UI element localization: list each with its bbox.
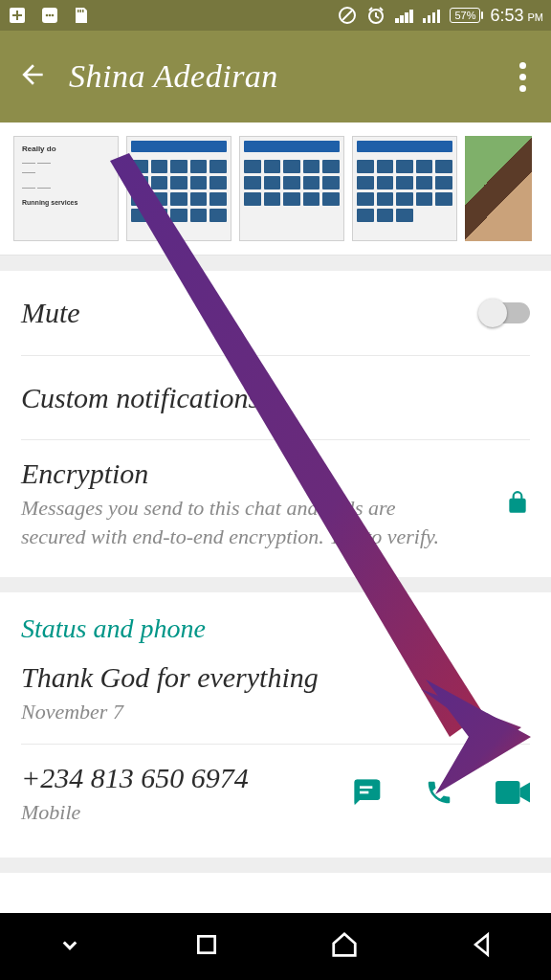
video-call-icon[interactable] [496,779,530,810]
encryption-title: Encryption [21,457,505,490]
encryption-desc: Messages you send to this chat and calls… [21,494,505,550]
encryption-row[interactable]: Encryption Messages you send to this cha… [21,439,530,577]
svg-point-4 [46,14,49,17]
chat-settings-section: Mute Custom notifications Encryption Mes… [0,271,551,577]
bbm-icon [40,6,59,25]
status-row[interactable]: Thank God for everything November 7 [21,644,530,744]
svg-line-11 [342,11,352,20]
status-phone-section: Status and phone Thank God for everythin… [0,592,551,857]
custom-notifications-row[interactable]: Custom notifications [21,355,530,439]
media-thumb[interactable] [352,136,457,241]
signal-2-icon [423,8,441,23]
svg-rect-8 [80,10,82,12]
nav-recents-icon[interactable] [194,932,219,961]
mute-label: Mute [21,297,480,329]
nav-back-icon[interactable] [469,931,496,962]
phone-type: Mobile [21,798,352,827]
svg-point-6 [52,14,55,17]
mute-row[interactable]: Mute [21,271,530,355]
no-entry-icon [338,6,357,25]
android-status-bar: 57% 6:53PM [0,0,551,31]
next-section-peek [0,873,551,913]
call-icon[interactable] [425,778,453,811]
nav-expand-icon[interactable] [55,930,84,963]
svg-rect-21 [199,936,215,952]
svg-rect-9 [82,10,84,12]
sd-card-icon [73,6,90,25]
svg-rect-16 [360,791,368,794]
svg-rect-15 [360,786,372,789]
nav-home-icon[interactable] [330,930,359,963]
back-icon[interactable] [17,59,48,94]
lock-icon [505,488,530,521]
media-gallery-row[interactable]: Really do —— ———— —— —— Running services [0,122,551,256]
svg-rect-7 [77,10,79,12]
status-date: November 7 [21,698,530,726]
mute-toggle[interactable] [480,302,530,323]
svg-point-5 [49,14,52,17]
custom-notifications-label: Custom notifications [21,382,530,414]
svg-rect-17 [496,781,520,804]
media-thumb[interactable] [465,136,532,241]
notification-plus-icon [8,6,27,25]
contact-title: Shina Adediran [69,58,278,95]
alarm-icon [366,6,386,25]
phone-number: +234 813 650 6974 [21,762,352,794]
media-thumb[interactable]: Really do —— ———— —— —— Running services [13,136,119,241]
android-nav-bar [0,913,551,980]
signal-1-icon [395,8,413,23]
media-thumb[interactable] [239,136,344,241]
app-bar: Shina Adediran [0,31,551,122]
message-icon[interactable] [352,777,383,812]
status-phone-header: Status and phone [21,592,530,644]
overflow-menu-icon[interactable] [512,55,534,100]
phone-row: +234 813 650 6974 Mobile [21,744,530,844]
status-text: Thank God for everything [21,661,530,694]
media-thumb[interactable] [126,136,231,241]
battery-icon: 57% [450,8,480,23]
svg-rect-2 [12,14,22,16]
clock-time: 6:53PM [490,6,543,26]
